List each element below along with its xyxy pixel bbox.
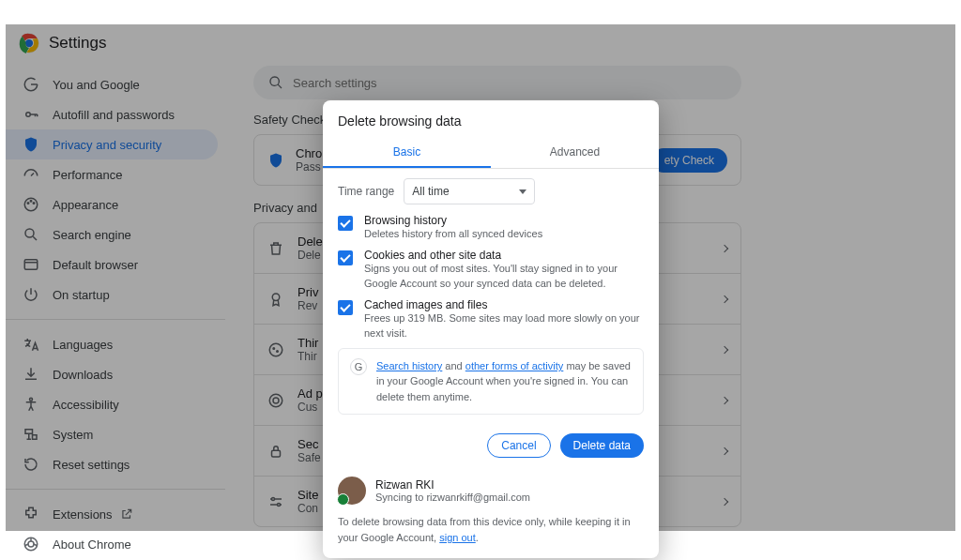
tab-advanced[interactable]: Advanced bbox=[491, 138, 659, 168]
check-desc: Deletes history from all synced devices bbox=[364, 227, 542, 241]
checkbox-cookies[interactable] bbox=[338, 250, 353, 265]
time-range-select[interactable]: All time bbox=[404, 178, 535, 204]
avatar bbox=[338, 477, 366, 505]
delete-browsing-data-dialog: Delete browsing data Basic Advanced Time… bbox=[323, 100, 659, 558]
other-activity-link[interactable]: other forms of activity bbox=[465, 360, 564, 371]
check-title: Cookies and other site data bbox=[364, 249, 644, 262]
time-range-value: All time bbox=[412, 185, 449, 198]
dialog-footer: To delete browsing data from this device… bbox=[323, 508, 659, 558]
tab-basic[interactable]: Basic bbox=[323, 138, 491, 168]
time-range-label: Time range bbox=[338, 185, 394, 198]
dialog-title: Delete browsing data bbox=[323, 100, 659, 138]
account-name: Rizwan RKI bbox=[375, 478, 530, 492]
check-desc: Frees up 319 MB. Some sites may load mor… bbox=[364, 311, 644, 341]
chevron-down-icon bbox=[519, 189, 526, 194]
cancel-button[interactable]: Cancel bbox=[487, 433, 550, 458]
check-title: Cached images and files bbox=[364, 298, 644, 311]
delete-data-button[interactable]: Delete data bbox=[560, 433, 644, 458]
checkbox-browsing-history[interactable] bbox=[338, 216, 353, 231]
search-history-link[interactable]: Search history bbox=[376, 360, 442, 371]
chrome-icon bbox=[23, 536, 39, 552]
info-box: G Search history and other forms of acti… bbox=[338, 348, 644, 416]
account-row: Rizwan RKI Syncing to rizwanrkiff@gmail.… bbox=[323, 471, 659, 508]
svg-point-11 bbox=[28, 541, 34, 547]
check-title: Browsing history bbox=[364, 214, 542, 227]
account-sync: Syncing to rizwanrkiff@gmail.com bbox=[375, 492, 530, 503]
check-desc: Signs you out of most sites. You'll stay… bbox=[364, 262, 644, 291]
sidebar-item-label: About Chrome bbox=[53, 537, 131, 552]
info-text: Search history and other forms of activi… bbox=[376, 358, 632, 405]
google-icon: G bbox=[350, 358, 367, 375]
checkbox-cache[interactable] bbox=[338, 300, 353, 315]
sign-out-link[interactable]: sign out bbox=[439, 532, 476, 543]
sidebar-item-about[interactable]: About Chrome bbox=[6, 529, 218, 559]
